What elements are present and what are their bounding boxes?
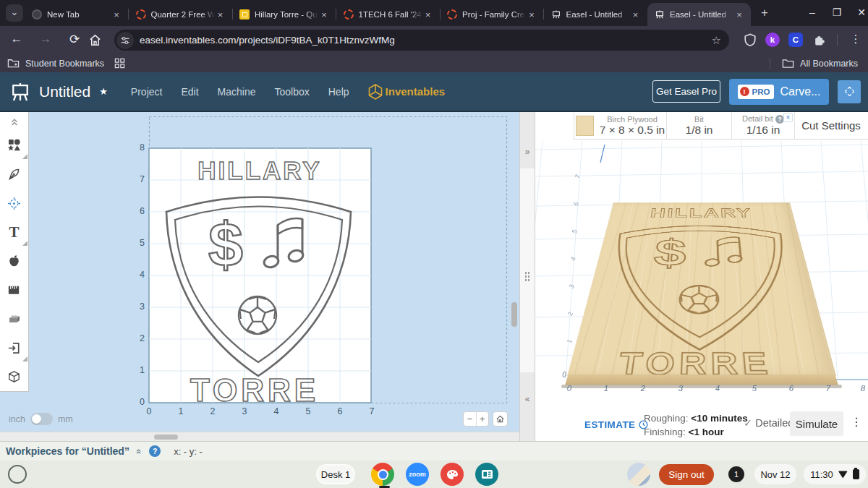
tab-new-tab[interactable]: New Tab× [25, 3, 128, 26]
tab-easel-2-active[interactable]: Easel - Untitled× [647, 3, 751, 26]
panel-divider[interactable]: » « [519, 112, 535, 441]
import-tool[interactable] [0, 333, 28, 362]
help-icon[interactable]: ? [149, 445, 161, 457]
browser-menu-icon[interactable]: ⋮ [849, 33, 862, 46]
back-button[interactable]: ← [7, 32, 26, 46]
detailed-checkbox[interactable]: ✓ Detailed [744, 417, 793, 429]
ruler-tool[interactable] [0, 275, 28, 304]
student-bookmarks-label[interactable]: Student Bookmarks [25, 59, 104, 69]
close-icon[interactable]: × [215, 9, 226, 20]
finishing-row: Finishing: <1 hour [644, 427, 724, 437]
close-icon[interactable]: × [630, 9, 642, 20]
extension-c-icon[interactable]: C [788, 33, 803, 47]
tab-quarter2[interactable]: Quarter 2 Free W× [129, 3, 232, 26]
wood-board-3d[interactable] [567, 202, 836, 376]
close-icon[interactable]: × [422, 9, 434, 20]
chrome-app-icon[interactable] [371, 463, 394, 486]
close-icon[interactable]: × [318, 9, 330, 20]
address-bar[interactable]: easel.inventables.com/projects/iDF9tBA_k… [114, 30, 729, 51]
apps-grid-icon[interactable] [114, 58, 125, 69]
fullscreen-button[interactable] [838, 80, 861, 103]
design-library-tool[interactable] [0, 247, 28, 275]
close-icon[interactable]: × [526, 9, 537, 20]
minimize-button[interactable]: – [804, 7, 820, 18]
zoom-app-icon[interactable]: zoom [406, 463, 429, 486]
divider-grip-icon[interactable] [524, 271, 530, 281]
estimate-menu-icon[interactable]: ⋮ [851, 415, 862, 429]
date-button[interactable]: Nov 12 [754, 464, 796, 484]
home-button[interactable] [88, 33, 102, 47]
project-title[interactable]: Untitled [39, 83, 90, 100]
forward-button[interactable]: → [36, 32, 55, 46]
bookmark-star-icon[interactable]: ☆ [712, 34, 721, 47]
menu-edit[interactable]: Edit [181, 86, 198, 98]
close-icon[interactable]: × [733, 9, 745, 20]
tab-hillary-torre[interactable]: Hillary Torre - Qu× [232, 3, 336, 26]
shapes-tool[interactable] [0, 131, 28, 160]
expand-arrows-icon [844, 86, 855, 97]
new-tab-button[interactable]: + [757, 6, 773, 20]
reload-button[interactable]: ⟳ [65, 32, 84, 47]
detail-bit-close-icon[interactable]: × [783, 113, 793, 122]
menu-machine[interactable]: Machine [218, 86, 256, 98]
desk-button[interactable]: Desk 1 [316, 464, 355, 484]
simulate-button[interactable]: Simulate [790, 411, 843, 436]
favorite-star-icon[interactable]: ★ [99, 86, 108, 97]
tab-easel-1[interactable]: Easel - Untitled× [544, 3, 647, 26]
zoom-in-button[interactable]: + [477, 412, 489, 426]
tab-search-icon[interactable]: ⌄ [6, 4, 23, 22]
expand-right-icon[interactable]: » [520, 147, 535, 157]
user-avatar[interactable] [627, 463, 650, 486]
apps-brick-tool[interactable] [0, 304, 28, 333]
restore-button[interactable]: ❐ [829, 7, 845, 18]
zoom-home-button[interactable] [493, 411, 508, 427]
text-tool[interactable]: T [0, 218, 28, 247]
bit-selector[interactable]: Bit 1/8 in [667, 112, 732, 139]
menu-toolbox[interactable]: Toolbox [274, 86, 309, 98]
status-bar: Workpieces for “Untitled” « ? x: - y: - [0, 441, 868, 461]
status-tray[interactable]: 11:30 [804, 464, 866, 484]
notification-badge[interactable]: 1 [728, 466, 744, 482]
detail-bit-selector[interactable]: Detail bit ? 1/16 in × [732, 112, 795, 139]
extensions-puzzle-icon[interactable] [813, 33, 826, 46]
unit-toggle: inch mm [9, 413, 73, 425]
bookmarks-folder-icon[interactable] [7, 58, 20, 69]
collapse-rail-button[interactable] [0, 112, 28, 131]
collapse-panel-icon[interactable]: « [134, 448, 145, 453]
all-bookmarks-folder-icon[interactable] [782, 59, 794, 69]
pen-tool[interactable] [0, 160, 28, 189]
hscroll-thumb[interactable] [154, 435, 178, 440]
canvas-app-icon[interactable] [441, 463, 464, 486]
horizontal-scrollbar[interactable] [0, 432, 519, 441]
privacy-shield-icon[interactable] [744, 33, 757, 46]
zoom-out-button[interactable]: − [464, 412, 477, 426]
get-easel-pro-button[interactable]: Get Easel Pro [652, 80, 720, 103]
preview-x-tick: 5 [749, 384, 760, 393]
all-bookmarks-label[interactable]: All Bookmarks [800, 59, 858, 69]
3d-view-tool[interactable] [0, 362, 28, 391]
reader-app-icon[interactable] [475, 463, 498, 486]
unit-toggle-switch[interactable] [30, 413, 53, 425]
inventables-brand-label[interactable]: Inventables [386, 85, 446, 98]
estimate-label[interactable]: ESTIMATE [584, 419, 648, 430]
close-window-button[interactable]: ✕ [854, 7, 868, 18]
menu-project[interactable]: Project [131, 86, 163, 98]
collapse-left-icon[interactable]: « [520, 394, 535, 404]
material-swatch [576, 116, 594, 136]
sign-out-button[interactable]: Sign out [659, 464, 714, 485]
launcher-icon[interactable] [8, 465, 27, 484]
cut-settings-button[interactable]: Cut Settings [795, 112, 867, 139]
workpiece-design[interactable] [149, 148, 371, 403]
design-canvas[interactable]: 0 1 2 3 4 5 6 7 8 0 1 2 3 4 5 6 7 inch m… [0, 112, 519, 441]
material-selector[interactable]: Birch Plywood 7 × 8 × 0.5 in [574, 112, 667, 139]
workpieces-label[interactable]: Workpieces for “Untitled” [6, 445, 129, 457]
extension-k-icon[interactable]: k [765, 33, 780, 47]
close-icon[interactable]: × [111, 9, 122, 20]
site-settings-icon[interactable] [116, 32, 134, 49]
tab-1tech6[interactable]: 1TECH 6 Fall '24× [336, 3, 440, 26]
tab-proj-family[interactable]: Proj - Family Cre× [440, 3, 543, 26]
carve-button[interactable]: !PRO Carve... [729, 79, 829, 105]
menu-help[interactable]: Help [328, 86, 349, 98]
vscroll-thumb[interactable] [511, 302, 517, 327]
drill-origin-tool[interactable] [0, 189, 28, 218]
